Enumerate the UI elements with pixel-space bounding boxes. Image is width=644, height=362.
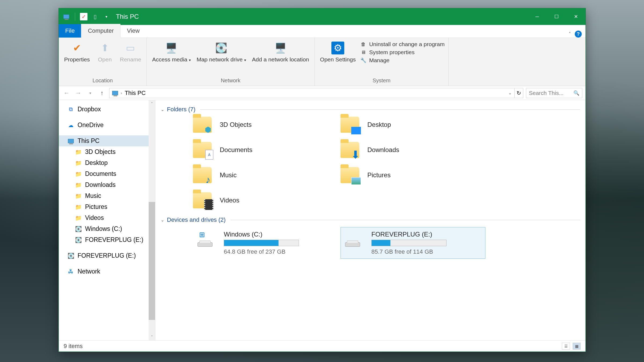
film-icon [204, 199, 213, 210]
checkmark-icon: ✔ [71, 42, 83, 54]
gear-icon: ⚙ [331, 42, 344, 54]
sidebar-item-foreverplug-e-root[interactable]: 💽FOREVERPLUG (E:) [59, 250, 155, 261]
window-title: This PC [116, 13, 139, 20]
section-drives[interactable]: ⌄ Devices and drives (2) [161, 216, 580, 223]
open-icon: ⬆ [98, 42, 111, 54]
collapse-ribbon-icon[interactable]: ˄ [569, 31, 571, 37]
ribbon-tabs: File Computer View ˄ ? [59, 25, 586, 38]
status-item-count: 9 items [64, 343, 83, 350]
sidebar-item-network[interactable]: 🖧Network [59, 266, 155, 277]
disk-icon: 💽 [75, 237, 82, 243]
document-icon[interactable]: ▯ [91, 13, 99, 20]
open-button: ⬆ Open [94, 40, 116, 76]
access-media-button[interactable]: 🖥️ Access media ▾ [151, 40, 192, 76]
uninstall-icon: 🗑 [360, 41, 367, 47]
scroll-up-icon[interactable]: ˄ [149, 100, 155, 107]
desktop-icon [351, 127, 361, 134]
search-input[interactable]: Search This... 🔍 [526, 88, 582, 98]
chevron-right-icon[interactable]: › [121, 91, 122, 95]
content-pane: ⌄ Folders (7) ⬢3D Objects Desktop ADocum… [155, 100, 586, 340]
address-dropdown-icon[interactable]: ⌄ [508, 90, 512, 95]
manage-button[interactable]: 🔧Manage [360, 57, 445, 64]
desktop-icon: 📁 [75, 160, 82, 167]
disk-icon [345, 231, 364, 247]
capacity-bar [224, 240, 299, 246]
picture-icon [351, 177, 361, 185]
network-location-icon: 🖥️ [274, 42, 287, 54]
sidebar-item-onedrive[interactable]: ☁OneDrive [59, 120, 155, 131]
dropbox-icon: ⧉ [67, 106, 74, 113]
capacity-bar [371, 240, 447, 246]
rename-button: ▭ Rename [118, 40, 143, 76]
folder-3d-objects[interactable]: ⬢3D Objects [193, 117, 338, 133]
status-bar: 9 items ☰ ▦ [59, 340, 586, 352]
sidebar-item-3d-objects[interactable]: 📁3D Objects [59, 146, 155, 157]
explorer-window: ✓ ▯ ▾ This PC ─ ☐ ✕ File Computer View ˄… [58, 8, 586, 352]
address-segment[interactable]: This PC [125, 90, 146, 97]
sidebar-item-foreverplug-e[interactable]: 💽FOREVERPLUG (E:) [59, 234, 155, 245]
drive-windows-c[interactable]: ⊞ Windows (C:) 64.8 GB free of 237 GB [193, 227, 338, 259]
drive-icon: 💽 [215, 42, 228, 54]
folder-pictures[interactable]: Pictures [341, 167, 485, 183]
folder-desktop[interactable]: Desktop [341, 117, 485, 133]
music-icon: 📁 [75, 193, 82, 200]
os-disk-icon: ⊞ [197, 231, 216, 247]
tiles-view-button[interactable]: ▦ [573, 343, 581, 350]
sidebar-item-pictures[interactable]: 📁Pictures [59, 201, 155, 212]
scroll-thumb[interactable] [149, 202, 155, 320]
folder-downloads[interactable]: ⬇Downloads [341, 142, 485, 158]
chevron-down-icon: ⌄ [161, 107, 164, 112]
qat-dropdown-icon[interactable]: ▾ [103, 13, 110, 20]
onedrive-icon: ☁ [67, 122, 74, 129]
refresh-button[interactable]: ↻ [515, 88, 523, 98]
sidebar-item-videos[interactable]: 📁Videos [59, 212, 155, 223]
properties-button[interactable]: ✔ Properties [63, 40, 92, 76]
checklist-icon[interactable]: ✓ [80, 13, 87, 20]
titlebar: ✓ ▯ ▾ This PC ─ ☐ ✕ [59, 8, 586, 25]
ribbon-group-location: ✔ Properties ⬆ Open ▭ Rename Location [59, 38, 147, 86]
pc-icon [67, 138, 74, 145]
add-network-location-button[interactable]: 🖥️ Add a network location [250, 40, 310, 76]
recent-dropdown-icon[interactable]: ▾ [86, 88, 95, 98]
manage-icon: 🔧 [360, 57, 367, 64]
folder-documents[interactable]: ADocuments [193, 142, 338, 158]
system-properties-button[interactable]: 🖥System properties [360, 49, 445, 56]
pc-icon [63, 13, 70, 20]
sidebar-item-dropbox[interactable]: ⧉Dropbox [59, 104, 155, 115]
tab-computer[interactable]: Computer [81, 24, 120, 38]
drive-foreverplug-e[interactable]: FOREVERPLUG (E:) 85.7 GB free of 114 GB [341, 227, 485, 259]
help-icon[interactable]: ? [575, 31, 582, 38]
address-box[interactable]: › This PC ⌄ [109, 88, 515, 98]
back-button[interactable]: ← [62, 88, 71, 98]
sidebar-item-documents[interactable]: 📁Documents [59, 168, 155, 179]
maximize-button[interactable]: ☐ [547, 8, 566, 25]
section-folders[interactable]: ⌄ Folders (7) [161, 106, 580, 113]
map-drive-button[interactable]: 💽 Map network drive ▾ [195, 40, 248, 76]
sidebar-item-downloads[interactable]: 📁Downloads [59, 179, 155, 190]
sidebar-item-windows-c[interactable]: 💽Windows (C:) [59, 223, 155, 234]
open-settings-button[interactable]: ⚙ Open Settings [319, 40, 357, 76]
tab-view[interactable]: View [120, 24, 146, 38]
scroll-down-icon[interactable]: ˅ [149, 333, 155, 340]
document-icon: A [205, 150, 213, 160]
minimize-button[interactable]: ─ [528, 8, 547, 25]
ribbon-group-network: 🖥️ Access media ▾ 💽 Map network drive ▾ … [147, 38, 314, 86]
up-button[interactable]: ↑ [97, 88, 107, 98]
sidebar-item-this-pc[interactable]: This PC [59, 135, 155, 146]
pc-icon [112, 91, 118, 95]
details-view-button[interactable]: ☰ [562, 343, 570, 350]
cube-icon: ⬢ [203, 125, 213, 134]
close-button[interactable]: ✕ [566, 8, 586, 25]
sidebar-item-music[interactable]: 📁Music [59, 190, 155, 201]
sidebar-scrollbar[interactable]: ˄ ˅ [149, 100, 155, 340]
uninstall-button[interactable]: 🗑Uninstall or change a program [360, 41, 445, 47]
pictures-icon: 📁 [75, 204, 82, 210]
forward-button: → [74, 88, 83, 98]
chevron-down-icon: ⌄ [161, 217, 164, 223]
folder-videos[interactable]: Videos [193, 192, 338, 208]
sidebar-item-desktop[interactable]: 📁Desktop [59, 157, 155, 168]
network-icon: 🖧 [67, 268, 74, 275]
folder-music[interactable]: ♪Music [193, 167, 338, 183]
properties-icon: 🖥 [360, 49, 367, 56]
tab-file[interactable]: File [59, 24, 81, 38]
